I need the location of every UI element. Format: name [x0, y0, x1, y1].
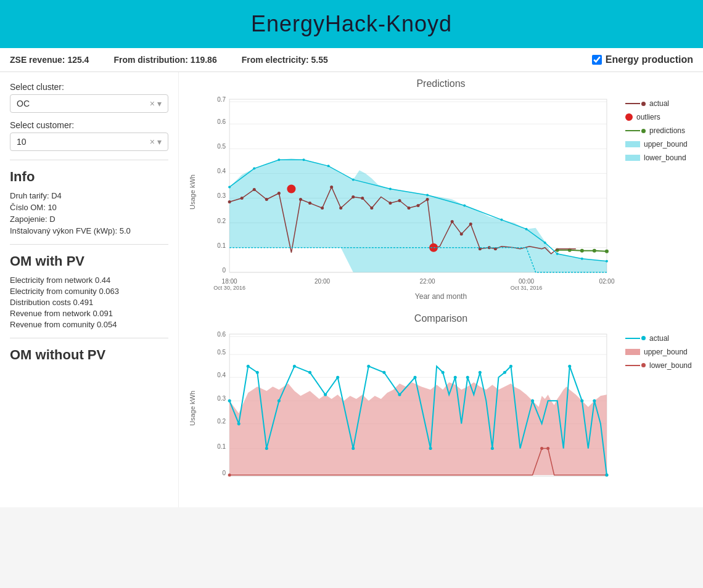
- svg-point-58: [500, 219, 503, 221]
- list-item: Zapojenie: D: [10, 214, 168, 224]
- svg-text:0.1: 0.1: [217, 443, 226, 450]
- svg-point-115: [568, 365, 571, 368]
- comp-legend-upper-label: upper_bound: [644, 348, 688, 356]
- svg-point-62: [581, 258, 583, 260]
- predictions-chart-title: Predictions: [189, 78, 693, 89]
- comp-legend-upper-fill: [625, 349, 640, 355]
- svg-point-52: [302, 158, 305, 161]
- svg-point-37: [398, 199, 401, 202]
- svg-point-96: [278, 399, 281, 402]
- svg-point-87: [228, 473, 231, 476]
- from-distribution: From distribution: 119.86: [113, 55, 216, 65]
- svg-text:0.5: 0.5: [217, 349, 226, 356]
- legend-predictions-label: predictions: [649, 126, 685, 135]
- svg-text:0.1: 0.1: [217, 242, 226, 249]
- svg-point-32: [339, 206, 342, 210]
- list-item: Revenue from comunity 0.054: [10, 320, 168, 329]
- customer-select[interactable]: 10 × ▾: [10, 133, 168, 151]
- svg-point-39: [417, 204, 420, 207]
- svg-text:0: 0: [223, 267, 226, 274]
- svg-text:0.3: 0.3: [217, 395, 226, 402]
- from-electricity: From electricity: 5.55: [242, 55, 328, 65]
- from-distribution-label: From distribution:: [113, 55, 188, 65]
- svg-point-23: [228, 200, 231, 203]
- main-layout: Select cluster: OC × ▾ Select customer: …: [0, 72, 703, 507]
- cluster-value: OC: [17, 99, 150, 108]
- comp-legend-lower-line: [625, 365, 640, 366]
- svg-point-40: [426, 198, 429, 201]
- svg-point-92: [237, 422, 240, 425]
- energy-production-toggle[interactable]: Energy production: [592, 54, 693, 65]
- list-item: Electricity from network 0.44: [10, 276, 168, 285]
- svg-point-38: [407, 206, 410, 210]
- svg-text:0.6: 0.6: [217, 331, 226, 338]
- svg-point-106: [429, 447, 432, 450]
- svg-text:0.2: 0.2: [217, 218, 226, 224]
- svg-point-61: [556, 253, 559, 255]
- cluster-select[interactable]: OC × ▾: [10, 94, 168, 113]
- list-item: Druh tarify: D4: [10, 191, 168, 200]
- legend-actual-label: actual: [649, 99, 669, 108]
- comp-legend-lower-label: lower_bound: [649, 361, 692, 370]
- comparison-legend-upper: upper_bound: [625, 348, 693, 356]
- svg-point-116: [580, 399, 583, 402]
- comparison-legend-lower: lower_bound: [625, 361, 693, 370]
- predictions-legend: actual outliers predictions upper_bound: [619, 93, 693, 291]
- legend-actual-line: [625, 103, 640, 104]
- predictions-chart-wrapper: Usage kWh 0 0.1 0.2 0.3 0.4 0.5 0.6 0.7: [189, 93, 693, 291]
- svg-point-24: [240, 197, 244, 200]
- svg-point-59: [525, 228, 528, 231]
- svg-point-22: [605, 250, 609, 253]
- comparison-chart-title: Comparison: [189, 313, 693, 324]
- svg-point-103: [382, 371, 385, 374]
- svg-point-108: [454, 376, 457, 379]
- energy-production-checkbox[interactable]: [592, 55, 602, 65]
- svg-text:0.2: 0.2: [217, 418, 226, 425]
- svg-text:0.5: 0.5: [217, 143, 226, 150]
- svg-point-47: [287, 184, 295, 193]
- legend-outliers-label: outliers: [636, 113, 660, 121]
- customer-label: Select customer:: [10, 120, 168, 130]
- svg-point-109: [466, 376, 469, 379]
- list-item: Revenue from network 0.091: [10, 309, 168, 318]
- svg-point-27: [278, 192, 281, 195]
- svg-point-114: [531, 399, 534, 402]
- customer-select-group: Select customer: 10 × ▾: [10, 120, 168, 151]
- content-area: Predictions Usage kWh 0 0.1 0.2 0.3 0.4 …: [179, 72, 703, 507]
- sidebar: Select cluster: OC × ▾ Select customer: …: [0, 72, 179, 507]
- legend-actual-dot: [641, 102, 646, 106]
- customer-select-controls: × ▾: [150, 137, 162, 147]
- predictions-chart-container: Predictions Usage kWh 0 0.1 0.2 0.3 0.4 …: [189, 78, 693, 301]
- legend-lower-bound-label: lower_bound: [644, 153, 686, 162]
- customer-dropdown-icon[interactable]: ▾: [157, 137, 162, 147]
- from-electricity-label: From electricity:: [242, 55, 309, 65]
- comparison-y-label: Usage kWh: [189, 328, 196, 489]
- svg-text:20:00: 20:00: [314, 278, 330, 285]
- svg-point-31: [330, 186, 333, 189]
- svg-text:0.3: 0.3: [217, 192, 226, 199]
- svg-point-63: [606, 260, 608, 263]
- om-without-pv-title: OM without PV: [10, 347, 168, 363]
- list-item: Electricity from comunity 0.063: [10, 287, 168, 296]
- info-title: Info: [10, 169, 168, 185]
- svg-point-30: [321, 206, 324, 210]
- divider-1: [10, 160, 168, 160]
- svg-point-93: [247, 365, 250, 368]
- svg-point-41: [451, 220, 454, 223]
- cluster-select-controls: × ▾: [150, 99, 162, 108]
- from-electricity-value: 5.55: [311, 55, 328, 65]
- cluster-dropdown-icon[interactable]: ▾: [157, 99, 162, 108]
- legend-upper-bound-fill: [625, 141, 640, 147]
- customer-clear-icon[interactable]: ×: [150, 137, 155, 147]
- svg-point-26: [265, 198, 268, 201]
- comparison-svg: 0 0.1 0.2 0.3 0.4 0.5 0.6: [199, 328, 619, 489]
- svg-point-91: [228, 399, 231, 402]
- svg-point-99: [324, 393, 327, 396]
- svg-text:Oct 31, 2016: Oct 31, 2016: [511, 285, 543, 291]
- from-distribution-value: 119.86: [191, 55, 217, 65]
- svg-point-89: [546, 447, 549, 450]
- svg-point-51: [278, 158, 280, 161]
- list-item: Distribution costs 0.491: [10, 298, 168, 307]
- svg-text:18:00: 18:00: [222, 278, 237, 285]
- cluster-clear-icon[interactable]: ×: [150, 99, 155, 108]
